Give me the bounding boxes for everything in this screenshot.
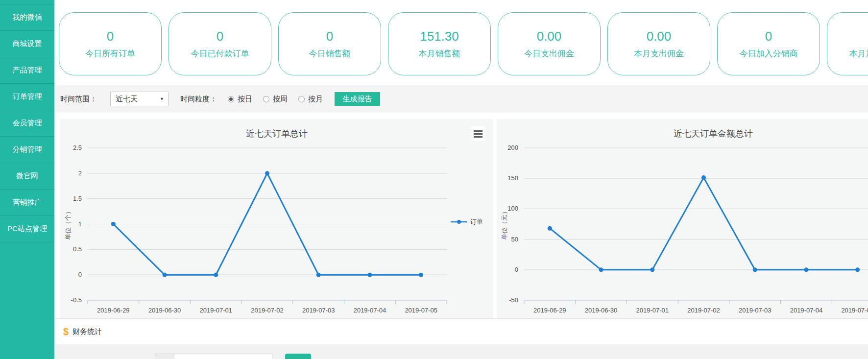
sidebar-item-order-management[interactable]: 订单管理 bbox=[0, 84, 54, 110]
order-amount-chart-panel: 近七天订单金额总计 200150100500-502019-06-292019-… bbox=[497, 119, 868, 318]
stat-value: 0.00 bbox=[647, 30, 672, 43]
sidebar-item-label: 会员管理 bbox=[13, 119, 42, 128]
sidebar-item-product-management[interactable]: 产品管理 bbox=[0, 57, 54, 84]
svg-text:0: 0 bbox=[78, 271, 82, 278]
svg-text:-0.5: -0.5 bbox=[71, 296, 82, 304]
svg-text:2019-07-02: 2019-07-02 bbox=[687, 307, 720, 314]
search-button[interactable] bbox=[285, 354, 311, 359]
svg-text:2019-07-01: 2019-07-01 bbox=[636, 307, 669, 314]
time-range-value: 近七天 bbox=[116, 95, 138, 104]
svg-text:2019-07-05: 2019-07-05 bbox=[405, 307, 437, 314]
sidebar-item-label: 微官网 bbox=[16, 171, 38, 181]
sidebar-item-my-wechat[interactable]: 我的微信 bbox=[0, 4, 54, 31]
sidebar-item-label: 营销推广 bbox=[13, 198, 42, 207]
svg-text:100: 100 bbox=[507, 205, 518, 212]
radio-icon bbox=[298, 96, 305, 102]
radio-by-month[interactable]: 按月 bbox=[298, 95, 323, 104]
time-range-label: 时间范围： bbox=[60, 95, 97, 104]
stat-value: 0 bbox=[107, 30, 114, 43]
radio-label: 按周 bbox=[273, 95, 288, 104]
svg-text:2019-07-05: 2019-07-05 bbox=[841, 307, 868, 314]
dashboard-page: { "sidebar": { "items": [ {"label": "我的微… bbox=[0, 0, 868, 359]
svg-text:0: 0 bbox=[515, 266, 518, 273]
svg-text:0.5: 0.5 bbox=[73, 245, 82, 253]
sidebar-item-micro-site[interactable]: 微官网 bbox=[0, 163, 54, 190]
svg-text:2019-07-02: 2019-07-02 bbox=[251, 307, 284, 314]
svg-text:2019-07-03: 2019-07-03 bbox=[739, 307, 772, 314]
sidebar-item-mall-settings[interactable]: 商城设置 bbox=[0, 31, 54, 57]
radio-by-day[interactable]: 按日 bbox=[228, 95, 252, 104]
radio-by-week[interactable]: 按周 bbox=[263, 95, 288, 104]
svg-text:150: 150 bbox=[507, 174, 518, 182]
stat-label: 本月销售额 bbox=[419, 49, 460, 58]
sidebar-item-label: PC站点管理 bbox=[7, 224, 47, 234]
stat-value: 0 bbox=[217, 30, 223, 43]
sidebar: 我的微信 商城设置 产品管理 订单管理 会员管理 分销管理 微官网 营销推广 P… bbox=[0, 0, 54, 359]
stat-label: 今日所有订单 bbox=[85, 49, 135, 58]
svg-text:2019-06-30: 2019-06-30 bbox=[585, 307, 618, 314]
finance-title: 财务统计 bbox=[72, 327, 102, 336]
svg-text:-50: -50 bbox=[509, 296, 518, 304]
svg-text:50: 50 bbox=[511, 236, 518, 243]
dollar-icon: $ bbox=[63, 326, 69, 337]
search-input-group bbox=[155, 354, 272, 359]
search-input[interactable] bbox=[174, 354, 272, 359]
stat-card-month-sales: 151.30 本月销售额 bbox=[388, 12, 491, 75]
stat-card-month-commission: 0.00 本月支出佣金 bbox=[607, 12, 710, 75]
stat-card-month-distributors: 0 本月加入分销商 bbox=[827, 12, 868, 75]
svg-text:2019-06-30: 2019-06-30 bbox=[148, 307, 181, 314]
main-content: 0 今日所有订单 0 今日已付款订单 0 今日销售额 151.30 本月销售额 … bbox=[54, 0, 868, 359]
sidebar-item-label: 分销管理 bbox=[13, 145, 42, 154]
stat-label: 今日销售额 bbox=[309, 49, 351, 58]
generate-report-button[interactable]: 生成报告 bbox=[335, 92, 380, 106]
svg-text:2.5: 2.5 bbox=[73, 144, 82, 151]
radio-label: 按月 bbox=[308, 95, 323, 104]
finance-section-header: $ 财务统计 bbox=[54, 318, 868, 345]
sidebar-item-label: 商城设置 bbox=[13, 39, 42, 48]
chevron-down-icon: ▼ bbox=[160, 96, 164, 101]
svg-text:单位（元）: 单位（元） bbox=[501, 208, 508, 240]
bottom-toolbar bbox=[54, 344, 868, 359]
svg-text:2019-06-29: 2019-06-29 bbox=[533, 307, 566, 314]
svg-text:200: 200 bbox=[507, 144, 518, 151]
orders-chart-panel: 近七天订单总计 2.521.510.50-0.52019-06-292019-0… bbox=[60, 119, 493, 318]
svg-text:1.5: 1.5 bbox=[73, 195, 82, 202]
stat-value: 0 bbox=[326, 30, 333, 43]
svg-text:2019-07-03: 2019-07-03 bbox=[302, 307, 335, 314]
stat-label: 本月支出佣金 bbox=[634, 49, 684, 58]
granularity-label: 时间粒度： bbox=[180, 95, 217, 104]
stat-value: 151.30 bbox=[420, 30, 459, 43]
time-range-select[interactable]: 近七天 ▼ bbox=[110, 92, 169, 106]
stat-value: 0.00 bbox=[537, 30, 562, 43]
radio-label: 按日 bbox=[238, 95, 252, 104]
sidebar-item-partial[interactable] bbox=[0, 0, 54, 4]
sidebar-item-distribution-management[interactable]: 分销管理 bbox=[0, 137, 54, 163]
radio-icon bbox=[228, 96, 234, 102]
svg-text:2019-07-04: 2019-07-04 bbox=[790, 307, 823, 314]
svg-text:2019-07-01: 2019-07-01 bbox=[200, 307, 233, 314]
order-amount-line-chart: 200150100500-502019-06-292019-06-302019-… bbox=[497, 119, 868, 318]
svg-text:2: 2 bbox=[78, 169, 82, 177]
charts-row: 近七天订单总计 2.521.510.50-0.52019-06-292019-0… bbox=[54, 119, 868, 318]
sidebar-item-pc-site-management[interactable]: PC站点管理 bbox=[0, 216, 54, 242]
svg-text:2019-07-04: 2019-07-04 bbox=[354, 307, 386, 314]
stat-card-today-sales: 0 今日销售额 bbox=[278, 12, 381, 75]
svg-text:1: 1 bbox=[78, 220, 82, 228]
stat-card-today-paid-orders: 0 今日已付款订单 bbox=[169, 12, 271, 75]
svg-text:单位（个）: 单位（个） bbox=[64, 208, 72, 240]
sidebar-item-marketing-promotion[interactable]: 营销推广 bbox=[0, 190, 54, 216]
stat-card-today-commission: 0.00 今日支出佣金 bbox=[498, 12, 601, 75]
radio-icon bbox=[263, 96, 269, 102]
svg-text:2019-06-29: 2019-06-29 bbox=[97, 307, 129, 314]
stat-label: 今日加入分销商 bbox=[740, 49, 798, 58]
stat-label: 本月加入分销商 bbox=[849, 49, 868, 58]
sidebar-item-label: 订单管理 bbox=[13, 92, 42, 101]
sidebar-item-member-management[interactable]: 会员管理 bbox=[0, 110, 54, 137]
input-addon bbox=[155, 354, 174, 359]
filter-bar: 时间范围： 近七天 ▼ 时间粒度： 按日 按周 按月 生成报告 bbox=[54, 85, 868, 113]
stat-card-today-orders: 0 今日所有订单 bbox=[59, 12, 162, 75]
sidebar-item-label: 我的微信 bbox=[13, 13, 42, 22]
stat-cards-row: 0 今日所有订单 0 今日已付款订单 0 今日销售额 151.30 本月销售额 … bbox=[59, 12, 868, 75]
stat-label: 今日已付款订单 bbox=[191, 49, 249, 58]
svg-text:订单: 订单 bbox=[470, 218, 483, 225]
